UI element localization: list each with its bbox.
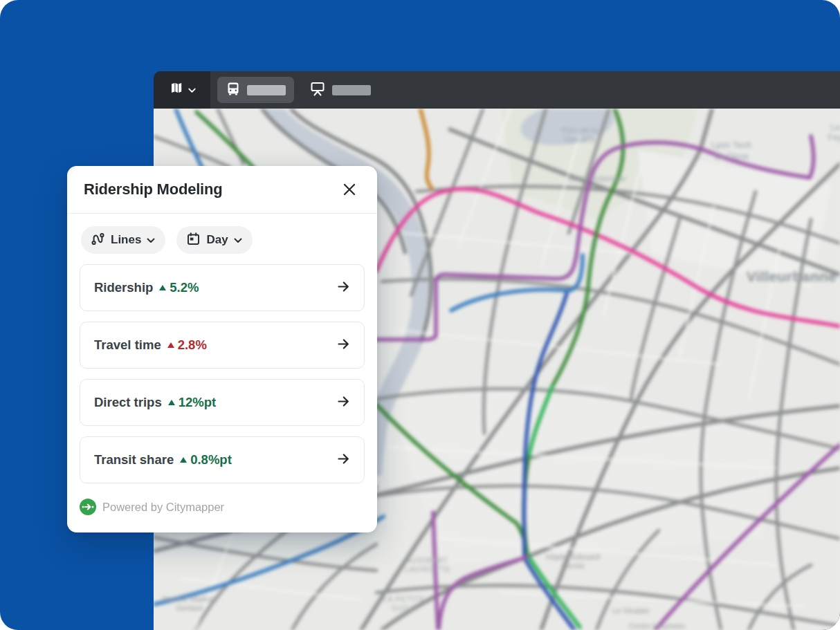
map-place-label: La Fey (828, 122, 840, 143)
map-place-label: Hôpital Edouard Herriot (546, 553, 600, 571)
tab-label-placeholder (247, 85, 286, 95)
metric-row[interactable]: Travel time 2.8% (80, 322, 365, 369)
panel-title: Ridership Modeling (84, 180, 223, 198)
metric-value: 2.8% (178, 337, 207, 353)
map-place-label: AUDIBERT LAVIROTTE (405, 556, 451, 574)
metric-label: Direct trips (94, 395, 162, 410)
metric-row[interactable]: Direct trips 12%pt (80, 379, 365, 426)
tab-bus-lines[interactable] (217, 77, 294, 103)
route-icon (91, 232, 105, 249)
day-filter-dropdown[interactable]: Day (176, 226, 252, 254)
arrow-right-icon (336, 279, 351, 297)
tab-stops[interactable] (301, 77, 379, 103)
trend-up-icon (159, 285, 166, 290)
close-icon[interactable] (340, 180, 359, 199)
tab-label-placeholder (332, 85, 371, 95)
lines-filter-dropdown[interactable]: Lines (81, 226, 165, 254)
arrow-right-icon (336, 452, 351, 469)
map-place-label: Villeurbanne (747, 268, 837, 286)
metric-value: 0.8%pt (190, 452, 232, 467)
map-toolbar (154, 71, 840, 109)
map-place-label: LA PETITE GUILL (383, 595, 426, 613)
map-place-label: Matmut Stadium Gerland (162, 595, 217, 613)
panel-header: Ridership Modeling (67, 166, 377, 214)
arrow-right-icon (336, 394, 351, 411)
filter-row: Lines Day (81, 226, 377, 254)
chevron-down-icon (234, 234, 242, 246)
stop-sign-icon (309, 80, 326, 100)
map-icon (169, 81, 184, 99)
app-canvas: Parc de la Tête d'OrJardin BotaniqueLyon… (0, 0, 840, 630)
lines-filter-label: Lines (111, 233, 141, 247)
metric-row[interactable]: Transit share 0.8%pt (80, 436, 365, 483)
calendar-icon (186, 232, 201, 249)
metric-value: 12%pt (179, 395, 217, 410)
map-place-label: Le Vinatier (612, 606, 650, 616)
bus-icon (226, 81, 241, 99)
metric-delta: 2.8% (167, 337, 207, 353)
metric-delta: 12%pt (168, 395, 217, 410)
metric-delta: 5.2% (159, 280, 199, 295)
map-place-label: Jardin Botanique (567, 174, 626, 184)
metric-delta: 0.8%pt (180, 452, 232, 467)
metric-list: Ridership 5.2% Travel time 2.8% Direct t… (80, 264, 365, 483)
ridership-modeling-panel: Ridership Modeling Lines (67, 166, 377, 532)
chevron-down-icon (188, 84, 196, 96)
metric-label: Transit share (94, 452, 174, 467)
powered-by-text: Powered by Citymapper (102, 501, 224, 514)
metric-value: 5.2% (170, 280, 199, 295)
panel-footer: Powered by Citymapper (80, 499, 377, 515)
citymapper-logo-icon (80, 499, 96, 515)
map-place-label: Parc de la Tête d'Or (562, 126, 598, 145)
chevron-down-icon (147, 234, 155, 246)
metric-label: Ridership (94, 280, 153, 295)
map-place-label: Lyon Tech La Doua (711, 140, 751, 162)
metric-row[interactable]: Ridership 5.2% (80, 264, 365, 311)
arrow-right-icon (336, 337, 351, 354)
metric-label: Travel time (94, 337, 161, 353)
day-filter-label: Day (206, 233, 228, 247)
map-place-label: Centre hospitalier (629, 622, 686, 630)
trend-up-icon (167, 342, 174, 348)
map-style-menu-button[interactable] (154, 71, 210, 109)
trend-up-icon (180, 457, 187, 463)
trend-up-icon (168, 400, 175, 405)
